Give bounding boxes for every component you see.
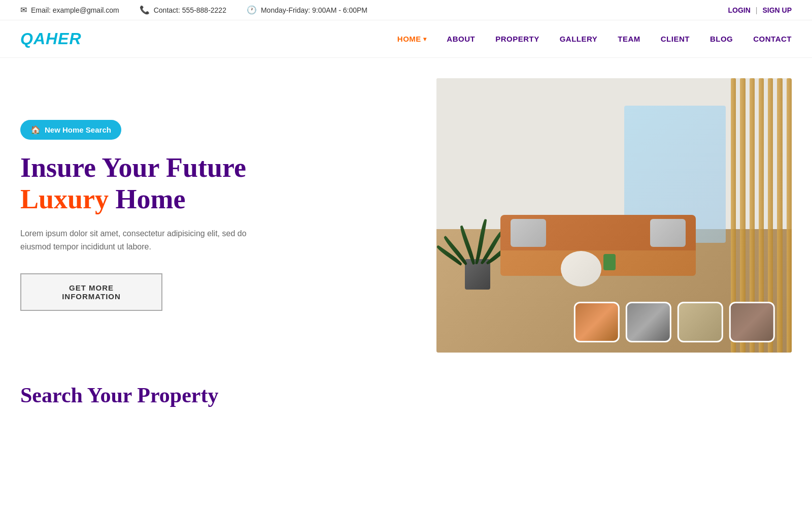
nav-home[interactable]: HOME	[397, 35, 427, 43]
header: QAHER HOME ABOUT PROPERTY GALLERY TEAM C…	[0, 20, 812, 58]
clock-icon: 🕐	[247, 5, 257, 15]
nav-gallery[interactable]: GALLERY	[560, 35, 598, 43]
nav-contact[interactable]: CONTACT	[753, 35, 792, 43]
cta-button[interactable]: GET MORE INFORMATION	[20, 273, 162, 311]
hero-image-container	[436, 78, 792, 353]
topbar-contact: 📞 Contact: 555-888-2222	[140, 5, 226, 15]
main-nav: HOME ABOUT PROPERTY GALLERY TEAM CLIENT …	[397, 35, 792, 43]
thumb-image-2[interactable]	[626, 302, 671, 342]
thumbnail-strip	[574, 302, 775, 342]
contact-text: Contact: 555-888-2222	[154, 6, 226, 14]
coffee-table	[561, 251, 601, 287]
plant	[465, 259, 490, 290]
nav-team[interactable]: TEAM	[618, 35, 640, 43]
nav-client[interactable]: CLIENT	[661, 35, 690, 43]
nav-about[interactable]: ABOUT	[447, 35, 475, 43]
thumb-image-1[interactable]	[574, 302, 620, 342]
nav-property[interactable]: PROPERTY	[495, 35, 539, 43]
plant-leaves	[450, 203, 505, 264]
hours-text: Monday-Friday: 9:00AM - 6:00PM	[261, 6, 367, 14]
hero-description: Lorem ipsum dolor sit amet, consectetur …	[20, 227, 254, 253]
hero-title-line1: Insure Your Future	[20, 152, 246, 183]
logo[interactable]: QAHER	[20, 29, 397, 48]
hero-content: 🏠 New Home Search Insure Your Future Lux…	[20, 78, 416, 353]
topbar-divider: |	[756, 6, 758, 14]
search-section-title: Search Your Property	[20, 383, 792, 407]
slat-6	[777, 78, 782, 353]
thumb-image-3[interactable]	[678, 302, 723, 342]
sofa-pillow-right	[650, 219, 686, 247]
hero-section: 🏠 New Home Search Insure Your Future Lux…	[0, 58, 812, 353]
hero-main-image	[436, 78, 792, 353]
topbar-right: LOGIN | SIGN UP	[728, 6, 792, 14]
email-icon: ✉	[20, 5, 27, 15]
thumb-image-4[interactable]	[729, 302, 775, 342]
hero-title-highlight: Luxury	[20, 184, 109, 214]
sofa-pillow-left	[511, 219, 546, 247]
topbar: ✉ Email: example@gmail.com 📞 Contact: 55…	[0, 0, 812, 20]
home-badge-icon: 🏠	[30, 125, 41, 135]
new-home-badge[interactable]: 🏠 New Home Search	[20, 120, 121, 140]
login-link[interactable]: LOGIN	[728, 6, 750, 14]
phone-icon: 📞	[140, 5, 150, 15]
badge-label: New Home Search	[45, 125, 111, 134]
nav-blog[interactable]: BLOG	[710, 35, 733, 43]
hero-title-line2-rest: Home	[109, 184, 185, 214]
cactus	[603, 254, 616, 270]
search-section: Search Your Property	[0, 353, 812, 428]
slat-7	[787, 78, 792, 353]
room-scene	[436, 78, 792, 353]
topbar-left: ✉ Email: example@gmail.com 📞 Contact: 55…	[20, 5, 707, 15]
topbar-email: ✉ Email: example@gmail.com	[20, 5, 119, 15]
hero-title: Insure Your Future Luxury Home	[20, 152, 406, 215]
email-text: Email: example@gmail.com	[31, 6, 119, 14]
signup-link[interactable]: SIGN UP	[762, 6, 792, 14]
topbar-hours: 🕐 Monday-Friday: 9:00AM - 6:00PM	[247, 5, 367, 15]
